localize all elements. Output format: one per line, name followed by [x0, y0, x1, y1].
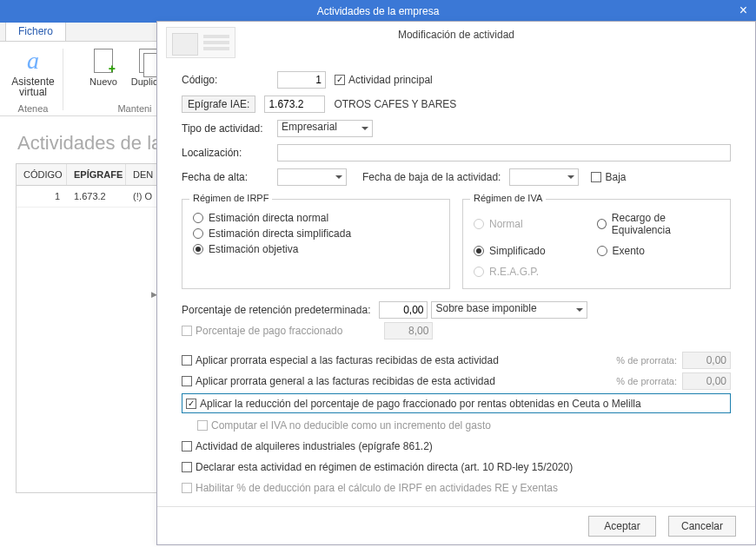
- label-fecha-baja: Fecha de baja de la actividad:: [362, 171, 501, 183]
- irpf-eo-label: Estimación objetiva: [209, 243, 298, 255]
- ceuta-checkbox[interactable]: ✓ Aplicar la reducción del porcentaje de…: [186, 398, 641, 410]
- asistente-virtual-button[interactable]: a Asistentevirtual: [10, 45, 56, 97]
- habilitar-deduc-checkbox: Habilitar % de deducción para el cálculo…: [182, 482, 558, 494]
- epigrafe-field[interactable]: [264, 96, 325, 113]
- main-title: Actividades de la empresa: [317, 5, 440, 17]
- porc-pago-frac-field: [384, 322, 433, 339]
- actividad-principal-label: Actividad principal: [348, 74, 433, 86]
- pct-prorrata-label-2: % de prorrata:: [616, 376, 677, 386]
- irpf-eo-radio[interactable]: Estimación objetiva: [193, 243, 439, 255]
- ribbon-separator: [63, 49, 63, 110]
- fecha-baja-field[interactable]: [509, 168, 579, 186]
- ribbon-group-label-atenea: Atenea: [5, 103, 61, 114]
- dialog-footer: Aceptar Cancelar: [157, 506, 755, 544]
- pct-prorrata-gen-field: [682, 372, 731, 390]
- tipo-select[interactable]: Empresarial: [277, 120, 373, 137]
- epigrafe-desc: OTROS CAFES Y BARES: [334, 98, 456, 110]
- asistente-label-2: virtual: [19, 86, 47, 98]
- declarar-ed-label: Declarar esta actividad en régimen de es…: [196, 461, 573, 473]
- iva-exento-radio[interactable]: Exento: [597, 245, 720, 257]
- modify-activity-dialog: Modificación de actividad Código: ✓ Acti…: [156, 21, 756, 545]
- iva-exento-label: Exento: [613, 245, 645, 257]
- col-epigrafe[interactable]: EPÍGRAFE: [67, 164, 126, 185]
- base-select[interactable]: Sobre base imponible: [431, 301, 587, 319]
- pct-prorrata-esp-field: [682, 352, 731, 369]
- dialog-title: Modificación de actividad: [235, 29, 677, 41]
- regimen-iva-legend: Régimen de IVA: [470, 193, 546, 203]
- iva-simplificado-label: Simplificado: [489, 245, 546, 257]
- declarar-ed-checkbox[interactable]: Declarar esta actividad en régimen de es…: [182, 461, 573, 473]
- iva-reagp-label: R.E.A.G.P.: [489, 266, 539, 278]
- iva-recargo-radio[interactable]: Recargo de Equivalencia: [597, 212, 720, 236]
- ceuta-highlight: ✓ Aplicar la reducción del porcentaje de…: [182, 393, 731, 413]
- cancelar-button[interactable]: Cancelar: [668, 516, 736, 537]
- iva-reagp-radio: R.E.A.G.P.: [474, 266, 597, 278]
- irpf-edn-radio[interactable]: Estimación directa normal: [193, 212, 439, 224]
- porc-pago-frac-label: Porcentaje de pago fraccionado: [196, 325, 342, 337]
- regimen-iva-group: Régimen de IVA Normal Recargo de Equival…: [462, 199, 731, 289]
- prorrata-general-checkbox[interactable]: Aplicar prorrata general a las facturas …: [182, 375, 495, 387]
- regimen-irpf-group: Régimen de IRPF Estimación directa norma…: [182, 199, 450, 289]
- main-titlebar: Actividades de la empresa ×: [0, 0, 756, 23]
- alquileres-label: Actividad de alquileres industriales (ep…: [196, 440, 433, 452]
- prorrata-especial-label: Aplicar prorrata especial a las facturas…: [196, 354, 499, 366]
- iva-recargo-label: Recargo de Equivalencia: [612, 212, 720, 236]
- alquileres-checkbox[interactable]: Actividad de alquileres industriales (ep…: [182, 440, 433, 452]
- irpf-eds-radio[interactable]: Estimación directa simplificada: [193, 227, 439, 240]
- iva-normal-radio: Normal: [474, 212, 597, 236]
- assistant-icon: a: [19, 47, 47, 75]
- cell-epigrafe: 1.673.2: [67, 186, 126, 207]
- irpf-eds-label: Estimación directa simplificada: [209, 227, 351, 240]
- close-icon[interactable]: ×: [739, 3, 747, 18]
- tab-fichero[interactable]: Fichero: [5, 21, 66, 41]
- porc-ret-field[interactable]: [379, 301, 428, 319]
- ceuta-label: Aplicar la reducción del porcentaje de p…: [200, 398, 641, 410]
- ribbon-group-atenea: a Asistentevirtual Atenea: [5, 43, 61, 115]
- baja-label: Baja: [605, 171, 626, 183]
- epigrafe-button[interactable]: Epígrafe IAE:: [182, 96, 255, 113]
- dialog-image-icon: [166, 27, 235, 58]
- fecha-alta-field[interactable]: [277, 168, 347, 186]
- nuevo-button[interactable]: Nuevo: [81, 45, 126, 87]
- irpf-edn-label: Estimación directa normal: [209, 212, 328, 224]
- prorrata-general-label: Aplicar prorrata general a las facturas …: [196, 375, 495, 387]
- label-porc-ret: Porcentaje de retención predeterminada:: [182, 304, 370, 316]
- label-fecha-alta: Fecha de alta:: [182, 171, 277, 183]
- new-icon: [90, 47, 117, 75]
- baja-checkbox[interactable]: Baja: [591, 171, 626, 183]
- codigo-field[interactable]: [277, 71, 326, 89]
- localizacion-field[interactable]: [277, 144, 731, 161]
- cell-codigo: 1: [17, 186, 67, 207]
- prorrata-especial-checkbox[interactable]: Aplicar prorrata especial a las facturas…: [182, 354, 499, 366]
- pct-prorrata-label-1: % de prorrata:: [616, 355, 677, 366]
- regimen-irpf-legend: Régimen de IRPF: [189, 193, 272, 203]
- aceptar-button[interactable]: Aceptar: [588, 516, 656, 537]
- porc-pago-frac-checkbox: Porcentaje de pago fraccionado: [182, 325, 342, 337]
- iva-simplificado-radio[interactable]: Simplificado: [474, 245, 597, 257]
- col-codigo[interactable]: CÓDIGO: [17, 164, 67, 185]
- habilitar-deduc-label: Habilitar % de deducción para el cálculo…: [196, 482, 558, 494]
- label-localizacion: Localización:: [182, 147, 277, 159]
- label-tipo: Tipo de actividad:: [182, 122, 277, 135]
- actividad-principal-checkbox[interactable]: ✓ Actividad principal: [335, 74, 433, 86]
- iva-normal-label: Normal: [489, 218, 523, 230]
- label-codigo: Código:: [182, 74, 277, 86]
- iva-no-deducible-checkbox: Computar el IVA no deducible como un inc…: [197, 419, 491, 432]
- nuevo-label: Nuevo: [90, 76, 117, 87]
- iva-no-deducible-label: Computar el IVA no deducible como un inc…: [211, 419, 491, 432]
